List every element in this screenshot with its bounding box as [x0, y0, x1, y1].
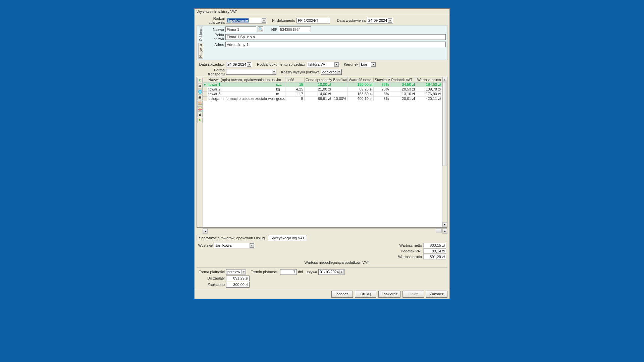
gross-value: 891,29 zł [423, 254, 446, 259]
nontax-label: Wartość niepodlegająca podatkowi VAT [305, 260, 369, 264]
payform-label: Forma płatności [197, 270, 225, 274]
expires-label: upływa [306, 270, 317, 274]
nip-label: NIP [267, 27, 277, 32]
chevron-down-icon[interactable] [250, 243, 254, 248]
scroll-down-button[interactable]: ▾ [442, 222, 447, 227]
chevron-down-icon[interactable] [388, 18, 392, 23]
currency-icon[interactable]: € [197, 78, 203, 83]
horizontal-scrollbar[interactable]: ◂ ▸ [203, 228, 447, 233]
vat-value: 88,14 zł [423, 248, 446, 254]
chevron-down-icon[interactable] [241, 270, 246, 274]
tab-nabywca[interactable]: Nabywca [198, 43, 203, 59]
vertical-scrollbar[interactable]: ▴ ▾ [442, 77, 447, 227]
chevron-down-icon[interactable] [339, 270, 343, 274]
print-button[interactable]: Drukuj [355, 291, 376, 298]
nip-input[interactable] [279, 26, 311, 32]
event-type-label: Rodzaj zdarzenia [197, 16, 225, 24]
table-row[interactable]: ▸ towar 1szt.15 10,00 zł150,00 zł 23%34,… [203, 82, 442, 87]
doc-type-label: Rodzaj dokumentu sprzedaży [257, 62, 306, 66]
fx-icon[interactable]: F [197, 118, 203, 123]
items-table[interactable]: Nazwa (opis) towaru, opakowania lub usłu… [203, 77, 442, 101]
items-grid: € ♻ 🌐 🖶 🏠 🥁 🖩 F Naz [197, 77, 447, 228]
chevron-down-icon[interactable] [262, 18, 266, 23]
tab-spec-items[interactable]: Specyfikacja towarów, opakowań i usług [197, 235, 267, 241]
scroll-up-button[interactable]: ▴ [442, 77, 447, 82]
totals-panel: Wystawił Jan Kowal Wartość netto803,15 z… [197, 242, 447, 266]
issuer-combo[interactable]: Jan Kowal [214, 243, 254, 248]
postpone-button: Odłóż [402, 291, 424, 298]
topay-input[interactable] [226, 276, 250, 281]
fullname-input[interactable] [225, 34, 446, 40]
doc-no-label: Nr dokumentu [268, 18, 295, 22]
addr-label: Adres [205, 43, 224, 47]
payterm-unit: dni [298, 270, 303, 274]
grid-toolbar: € ♻ 🌐 🖶 🏠 🥁 🖩 F [197, 77, 203, 227]
doc-type-combo[interactable]: faktura VAT [307, 62, 339, 67]
shipping-combo[interactable]: odbiorca [321, 69, 342, 75]
issue-date-input[interactable]: 24-09-2024 [367, 18, 393, 23]
issuer-label: Wystawił [198, 243, 213, 247]
scroll-thumb-h[interactable] [436, 229, 442, 233]
calc-icon[interactable]: 🖩 [197, 112, 203, 117]
payterm-days-input[interactable] [280, 269, 297, 275]
drum-icon[interactable]: 🥁 [197, 106, 203, 112]
chevron-down-icon[interactable] [371, 62, 375, 67]
contractor-panel: Odbiorca Nabywca Nazwa 🔍 NIP Pełna nazwa… [197, 25, 447, 60]
scroll-right-button[interactable]: ▸ [442, 229, 447, 234]
direction-label: Kierunek [344, 62, 358, 66]
fullname-label: Pełna nazwa [205, 33, 224, 41]
sale-date-input[interactable]: 24-09-2024 [226, 62, 252, 67]
close-button[interactable]: Zakończ [426, 291, 447, 298]
net-value: 803,15 zł [423, 243, 446, 248]
invoice-window: Wystawienie faktury VAT Rodzaj zdarzenia… [194, 8, 450, 299]
direction-combo[interactable]: kraj [360, 62, 376, 67]
addr-input[interactable] [225, 42, 446, 47]
payform-combo[interactable]: przelew [226, 269, 246, 275]
topay-label: Do zapłaty [197, 276, 225, 280]
shipping-label: Koszty wysyłki pokrywa [281, 70, 320, 74]
sale-date-label: Data sprzedaży [197, 62, 225, 66]
chevron-down-icon[interactable] [334, 62, 339, 67]
window-title: Wystawienie faktury VAT [195, 9, 449, 15]
view-button[interactable]: Zobacz [331, 291, 353, 298]
globe-icon[interactable]: 🌐 [197, 89, 203, 95]
search-contractor-icon[interactable]: 🔍 [258, 26, 263, 32]
button-bar: Zobacz Drukuj Zatwierdź Odłóż Zakończ [195, 289, 449, 299]
print-icon[interactable]: 🖶 [197, 95, 203, 100]
chevron-down-icon[interactable] [337, 70, 341, 74]
vat-label: Podatek VAT [401, 249, 422, 253]
tab-spec-vat[interactable]: Specyfikacja wg VAT [268, 235, 307, 241]
name-input[interactable] [225, 26, 256, 32]
paid-input[interactable] [226, 282, 250, 288]
house-icon[interactable]: 🏠 [197, 101, 203, 106]
tab-odbiorca[interactable]: Odbiorca [198, 26, 203, 42]
gross-label: Wartość brutto [398, 255, 422, 259]
net-label: Wartość netto [399, 243, 422, 247]
scroll-left-button[interactable]: ◂ [203, 229, 208, 234]
doc-no-input[interactable] [297, 18, 330, 23]
scroll-thumb[interactable] [442, 82, 447, 166]
chevron-down-icon[interactable] [272, 70, 276, 74]
nontax-value [370, 260, 446, 265]
expires-input[interactable]: 01-10-2024 [318, 269, 344, 275]
recycle-icon[interactable]: ♻ [197, 83, 203, 89]
name-label: Nazwa [205, 27, 224, 32]
issue-date-label: Data wystawienia [331, 18, 366, 22]
event-type-combo[interactable]: tapetowanie [226, 18, 266, 23]
chevron-down-icon[interactable] [247, 62, 251, 67]
confirm-button[interactable]: Zatwierdź [378, 291, 400, 298]
table-row[interactable]: usługa - informacj o usłudze została wpi… [203, 96, 442, 101]
transport-label: Forma transportu [197, 68, 225, 76]
table-row[interactable]: towar 2kg4,25 21,00 zł89,25 zł 23%20,53 … [203, 87, 442, 92]
transport-combo[interactable] [226, 69, 276, 75]
table-row[interactable]: towar 3m11,7 14,00 zł163,80 zł 8%13,10 z… [203, 92, 442, 96]
payterm-label: Termin płatności: [251, 270, 279, 274]
paid-label: Zapłacono [197, 283, 225, 287]
